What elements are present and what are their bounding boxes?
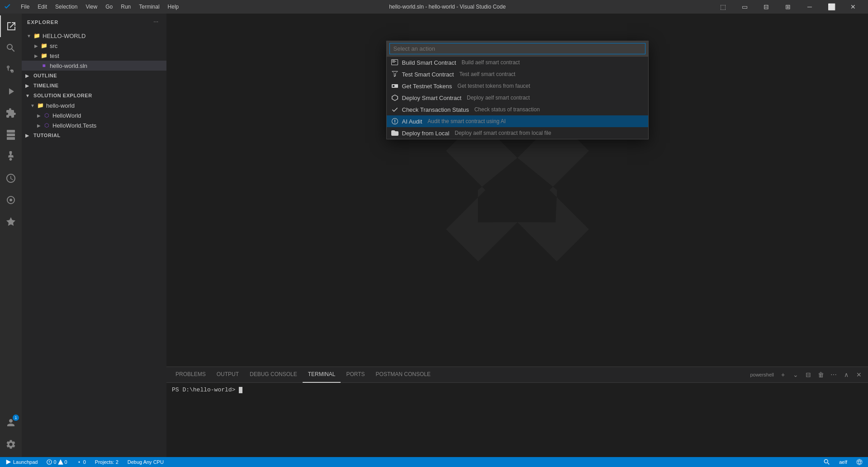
folder-test[interactable]: ▶ 📁 test: [22, 51, 166, 61]
svg-point-1: [9, 199, 12, 201]
folder-hello-world[interactable]: ▼ 📁 HELLO-WORLD: [22, 31, 166, 41]
maximize-btn[interactable]: ⬜: [821, 0, 842, 14]
activity-remote[interactable]: [0, 124, 22, 146]
layout-panel-btn[interactable]: ⊞: [778, 0, 798, 14]
sol-hello-world-label: hello-world: [46, 102, 75, 109]
folder-src[interactable]: ▶ 📁 src: [22, 41, 166, 51]
projects-label: Projects: 2: [95, 459, 119, 465]
test-icon: [391, 71, 398, 78]
token-icon: [391, 82, 398, 90]
menu-run[interactable]: Run: [117, 3, 134, 11]
folder-icon: 📁: [33, 32, 41, 40]
deploy-contract-desc: Deploy aelf smart contract: [467, 95, 530, 101]
command-check-transaction[interactable]: Check Transaction Status Check status of…: [387, 104, 648, 115]
solution-hello-world[interactable]: ▼ 📁 hello-world: [22, 100, 166, 110]
status-network[interactable]: [854, 457, 864, 467]
chevron-right-icon: ▶: [25, 133, 33, 138]
warning-count: 0: [65, 459, 67, 465]
menu-file[interactable]: File: [17, 3, 33, 11]
project-icon: ⬡: [43, 111, 51, 119]
test-contract-name: Test Smart Contract: [402, 71, 454, 78]
test-contract-desc: Test aelf smart contract: [459, 71, 515, 77]
command-palette-overlay: Build Smart Contract Build aelf smart co…: [166, 14, 868, 457]
ai-audit-desc: Audit the smart contract using AI: [427, 118, 506, 124]
sln-label: hello-world.sln: [50, 62, 87, 69]
status-errors[interactable]: 0 0: [45, 457, 69, 467]
folder-label: HELLO-WORLD: [43, 33, 85, 39]
activity-aelf[interactable]: [0, 189, 22, 211]
command-test-smart-contract[interactable]: Test Smart Contract Test aelf smart cont…: [387, 68, 648, 80]
command-ai-audit[interactable]: AI Audit Audit the smart contract using …: [387, 115, 648, 127]
test-project-icon: ⬡: [43, 121, 51, 129]
menu-go[interactable]: Go: [102, 3, 116, 11]
command-deploy-smart-contract[interactable]: Deploy Smart Contract Deploy aelf smart …: [387, 92, 648, 104]
chevron-right-icon: ▶: [25, 73, 33, 78]
testnet-tokens-name: Get Testnet Tokens: [402, 83, 452, 90]
menu-help[interactable]: Help: [164, 3, 183, 11]
layout-sidebar-btn[interactable]: ▭: [734, 0, 755, 14]
error-icon: [47, 459, 52, 465]
check-tx-name: Check Transaction Status: [402, 106, 469, 113]
project-helloworld[interactable]: ▶ ⬡ HelloWorld: [22, 110, 166, 120]
chevron-right-icon: ▶: [33, 53, 40, 58]
layout-toggle-btn[interactable]: ⬚: [712, 0, 733, 14]
sidebar-header: EXPLORER ⋯: [22, 14, 166, 31]
activity-accounts[interactable]: 1: [0, 412, 22, 434]
build-contract-desc: Build aelf smart contract: [461, 59, 520, 66]
status-launchpad: Launchpad: [13, 459, 38, 465]
activity-gpt[interactable]: [0, 211, 22, 233]
menu-edit[interactable]: Edit: [34, 3, 51, 11]
outline-label: OUTLINE: [33, 73, 57, 78]
status-bar-right: aelf: [822, 457, 864, 467]
debug-label: Debug Any CPU: [128, 459, 164, 465]
activity-search[interactable]: [0, 37, 22, 59]
activity-explorer[interactable]: [0, 15, 22, 37]
tutorial-label: TUTORIAL: [33, 133, 61, 138]
command-palette-input[interactable]: [389, 43, 645, 54]
sln-icon: ■: [40, 62, 48, 70]
deploy-contract-name: Deploy Smart Contract: [402, 95, 462, 101]
status-aelf[interactable]: aelf: [837, 457, 849, 467]
chevron-right-icon: ▶: [25, 83, 33, 88]
activity-timeline[interactable]: [0, 167, 22, 189]
status-debug[interactable]: Debug Any CPU: [126, 457, 166, 467]
command-input-wrapper: [387, 41, 648, 57]
status-projects[interactable]: Projects: 2: [93, 457, 120, 467]
file-hello-world-sln[interactable]: ■ hello-world.sln: [22, 61, 166, 71]
command-deploy-local[interactable]: Deploy from Local Deploy aelf smart cont…: [387, 127, 648, 139]
activity-test[interactable]: [0, 146, 22, 167]
new-file-btn[interactable]: ⋯: [151, 17, 161, 27]
project-helloworld-tests[interactable]: ▶ ⬡ HelloWorld.Tests: [22, 120, 166, 130]
check-icon: [391, 106, 398, 113]
sidebar: EXPLORER ⋯ ▼ 📁 HELLO-WORLD ▶ 📁 src ▶ 📁 t…: [22, 14, 166, 457]
tutorial-section[interactable]: ▶ TUTORIAL: [22, 130, 166, 140]
minimize-btn[interactable]: ─: [799, 0, 820, 14]
deploy-local-name: Deploy from Local: [402, 130, 450, 137]
command-get-testnet-tokens[interactable]: Get Testnet Tokens Get testnet tokens fr…: [387, 80, 648, 92]
chevron-down-icon: ▼: [25, 33, 33, 38]
info-count: 0: [83, 459, 86, 465]
activity-run-debug[interactable]: [0, 81, 22, 102]
menu-view[interactable]: View: [82, 3, 101, 11]
title-bar-left: File Edit Selection View Go Run Terminal…: [5, 3, 182, 11]
test-label: test: [50, 52, 59, 59]
info-icon: [76, 459, 82, 465]
activity-source-control[interactable]: [0, 59, 22, 81]
close-btn[interactable]: ✕: [843, 0, 863, 14]
status-zoom[interactable]: [822, 457, 832, 467]
status-info[interactable]: 0: [75, 457, 88, 467]
aelf-label: aelf: [839, 459, 847, 465]
vscode-logo-icon: [5, 3, 12, 10]
outline-section[interactable]: ▶ OUTLINE: [22, 71, 166, 81]
menu-selection[interactable]: Selection: [52, 3, 81, 11]
menu-terminal[interactable]: Terminal: [135, 3, 163, 11]
menu-bar: File Edit Selection View Go Run Terminal…: [17, 3, 182, 11]
solution-explorer-section[interactable]: ▼ SOLUTION EXPLORER: [22, 91, 166, 100]
command-build-smart-contract[interactable]: Build Smart Contract Build aelf smart co…: [387, 57, 648, 68]
status-remote[interactable]: Launchpad: [4, 457, 39, 467]
activity-bar-bottom: 1: [0, 412, 22, 455]
layout-split-btn[interactable]: ⊟: [756, 0, 777, 14]
activity-settings[interactable]: [0, 434, 22, 455]
timeline-section[interactable]: ▶ TIMELINE: [22, 81, 166, 91]
activity-extensions[interactable]: [0, 102, 22, 124]
